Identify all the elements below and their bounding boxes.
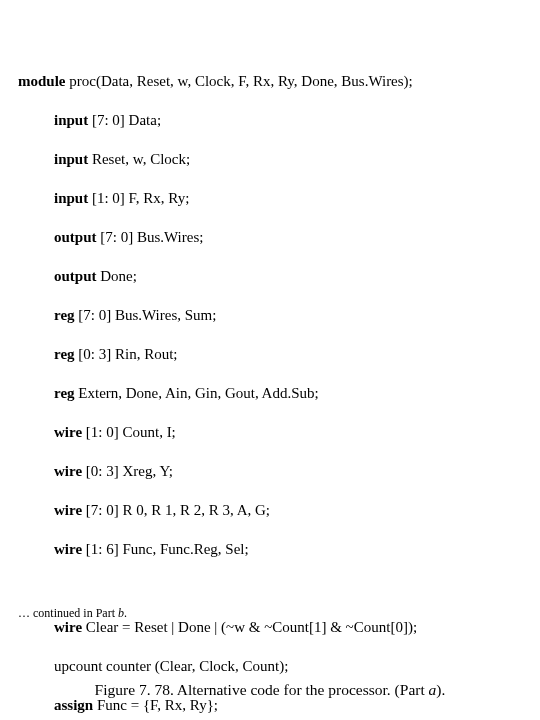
keyword-reg: reg: [54, 307, 75, 323]
code-line: wire [1: 0] Count, I;: [54, 423, 417, 443]
keyword-input: input: [54, 151, 88, 167]
blank-line: [18, 579, 417, 599]
code-line: input [7: 0] Data;: [54, 111, 417, 131]
code-line: input [1: 0] F, Rx, Ry;: [54, 189, 417, 209]
code-line: reg [0: 3] Rin, Rout;: [54, 345, 417, 365]
code-line: output [7: 0] Bus.Wires;: [54, 228, 417, 248]
code-line: wire [1: 6] Func, Func.Reg, Sel;: [54, 540, 417, 560]
code-line: reg [7: 0] Bus.Wires, Sum;: [54, 306, 417, 326]
keyword-module: module: [18, 73, 66, 89]
keyword-input: input: [54, 190, 88, 206]
keyword-wire: wire: [54, 502, 82, 518]
code-line: output Done;: [54, 267, 417, 287]
code-line: module proc(Data, Reset, w, Clock, F, Rx…: [18, 72, 417, 92]
code-line: reg Extern, Done, Ain, Gin, Gout, Add.Su…: [54, 384, 417, 404]
keyword-wire: wire: [54, 541, 82, 557]
code-line: wire [7: 0] R 0, R 1, R 2, R 3, A, G;: [54, 501, 417, 521]
code-line: input Reset, w, Clock;: [54, 150, 417, 170]
code-line: wire [0: 3] Xreg, Y;: [54, 462, 417, 482]
code-line: upcount counter (Clear, Clock, Count);: [54, 657, 417, 677]
continuation-note: … continued in Part b.: [18, 606, 127, 622]
keyword-reg: reg: [54, 385, 75, 401]
keyword-wire: wire: [54, 424, 82, 440]
keyword-wire: wire: [54, 463, 82, 479]
keyword-output: output: [54, 229, 97, 245]
keyword-reg: reg: [54, 346, 75, 362]
keyword-output: output: [54, 268, 97, 284]
keyword-input: input: [54, 112, 88, 128]
figure-caption: Figure 7. 78. Alternative code for the p…: [0, 680, 540, 700]
